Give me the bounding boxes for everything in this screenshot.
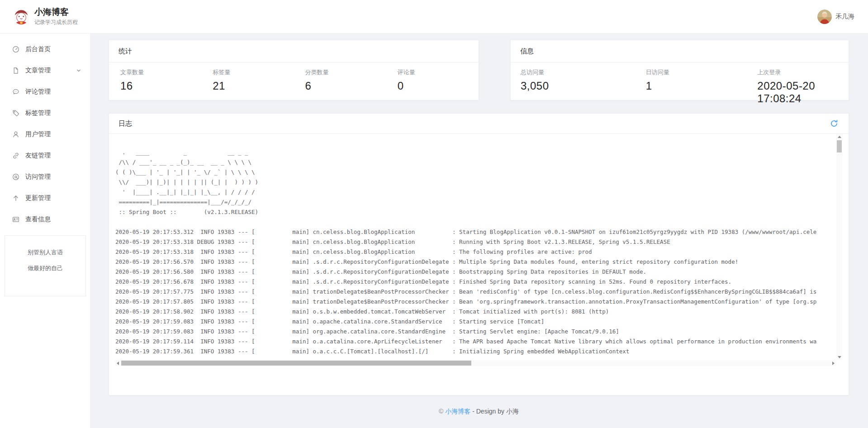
- horizontal-scrollbar[interactable]: [115, 360, 836, 366]
- info-daily-visits: 日访问量 1: [646, 68, 758, 105]
- sidebar-item-visits[interactable]: 访问管理: [0, 166, 90, 187]
- log-card-title: 日志: [119, 114, 132, 133]
- tag-icon: [12, 109, 19, 117]
- sidebar-item-dashboard[interactable]: 后台首页: [0, 38, 90, 60]
- footer: © 小海博客 - Design by 小海: [109, 407, 849, 416]
- article-icon: [12, 67, 19, 74]
- info-card: 信息 总访问量 3,050 日访问量 1 上次登录 2020-05-20 17:…: [510, 40, 849, 100]
- stat-label: 评论量: [398, 68, 479, 76]
- info-total-visits: 总访问量 3,050: [511, 68, 646, 105]
- stat-comments: 评论量 0: [386, 68, 479, 92]
- stat-label: 总访问量: [521, 68, 646, 76]
- motto-line: 别管别人言语: [5, 244, 85, 260]
- stat-label: 上次登录: [757, 68, 839, 76]
- stat-value: 0: [398, 80, 479, 92]
- stats-card-title: 统计: [119, 40, 132, 62]
- main-content: 统计 文章数量 16 标签量 21 分类数量 6: [90, 33, 868, 428]
- info-card-body: 总访问量 3,050 日访问量 1 上次登录 2020-05-20 17:08:…: [511, 62, 849, 105]
- sidebar-item-label: 评论管理: [25, 88, 51, 96]
- refresh-button[interactable]: [829, 119, 839, 128]
- brand-text: 小海博客 记录学习成长历程: [34, 7, 78, 26]
- header: 小海博客 记录学习成长历程 禾几海: [0, 0, 868, 33]
- vertical-scrollbar[interactable]: [836, 134, 842, 360]
- user-icon: [12, 131, 19, 138]
- log-output[interactable]: . ____ _ __ _ _ /\\ / ___'_ __ _ _(_)_ _…: [115, 134, 836, 360]
- sidebar: 后台首页 文章管理: [0, 33, 90, 428]
- sidebar-item-comments[interactable]: 评论管理: [0, 81, 90, 102]
- motto-box: 别管别人言语 做最好的自己: [5, 235, 86, 296]
- log-card: 日志 . ____ _ __ _ _ /\\ / ___'_ __ _ _(_)…: [109, 113, 849, 395]
- sidebar-item-users[interactable]: 用户管理: [0, 124, 90, 145]
- dashboard-icon: [12, 46, 19, 53]
- scroll-down-button[interactable]: [836, 354, 842, 360]
- link-icon: [12, 152, 19, 159]
- log-card-header: 日志: [109, 114, 849, 134]
- footer-site-link[interactable]: 小海博客: [445, 408, 470, 415]
- stats-card-body: 文章数量 16 标签量 21 分类数量 6 评论量 0: [109, 62, 479, 92]
- user-menu[interactable]: 禾几海: [817, 10, 854, 24]
- sidebar-item-label: 后台首页: [25, 45, 51, 53]
- stat-value: 6: [305, 80, 386, 92]
- stat-label: 日访问量: [646, 68, 758, 76]
- stat-value: 16: [120, 80, 201, 92]
- scroll-left-button[interactable]: [115, 360, 121, 366]
- site-subtitle: 记录学习成长历程: [34, 19, 78, 26]
- info-last-login: 上次登录 2020-05-20 17:08:24: [757, 68, 849, 105]
- vertical-scroll-thumb[interactable]: [837, 140, 842, 152]
- stats-card-header: 统计: [109, 40, 479, 62]
- sidebar-item-label: 更新管理: [25, 194, 51, 202]
- refresh-icon: [830, 119, 838, 128]
- info-card-title: 信息: [520, 40, 534, 62]
- stat-categories: 分类数量 6: [294, 68, 386, 92]
- stat-label: 文章数量: [120, 68, 201, 76]
- copyright-symbol: ©: [439, 408, 443, 415]
- comment-icon: [12, 88, 19, 95]
- sidebar-item-articles[interactable]: 文章管理: [0, 60, 90, 81]
- visit-icon: [12, 173, 19, 181]
- stat-articles: 文章数量 16: [109, 68, 201, 92]
- stat-value: 21: [213, 80, 294, 92]
- brand[interactable]: 小海博客 记录学习成长历程: [13, 7, 78, 26]
- app-window: 小海博客 记录学习成长历程 禾几海: [0, 0, 868, 428]
- sidebar-item-links[interactable]: 友链管理: [0, 145, 90, 166]
- sidebar-item-updates[interactable]: 更新管理: [0, 187, 90, 209]
- info-card-header: 信息: [511, 40, 849, 62]
- sidebar-item-label: 文章管理: [25, 67, 51, 75]
- stat-value: 2020-05-20 17:08:24: [757, 80, 839, 105]
- stat-label: 分类数量: [305, 68, 386, 76]
- sidebar-item-label: 用户管理: [25, 130, 51, 138]
- sidebar-item-view-info[interactable]: 查看信息: [0, 209, 90, 230]
- username: 禾几海: [835, 13, 854, 21]
- motto-line: 做最好的自己: [5, 260, 85, 276]
- log-viewer: . ____ _ __ _ _ /\\ / ___'_ __ _ _(_)_ _…: [115, 134, 842, 366]
- logo-image: [13, 8, 30, 25]
- stat-tags: 标签量 21: [201, 68, 294, 92]
- footer-suffix: - Design by 小海: [470, 408, 519, 415]
- stat-label: 标签量: [213, 68, 294, 76]
- sidebar-item-label: 标签管理: [25, 109, 51, 117]
- stats-card: 统计 文章数量 16 标签量 21 分类数量 6: [109, 40, 479, 100]
- horizontal-scroll-thumb[interactable]: [121, 361, 471, 366]
- scroll-up-button[interactable]: [836, 134, 842, 140]
- user-avatar: [817, 10, 832, 24]
- sidebar-item-label: 访问管理: [25, 173, 51, 181]
- top-cards-row: 统计 文章数量 16 标签量 21 分类数量 6: [109, 40, 849, 100]
- id-card-icon: [12, 216, 19, 223]
- scroll-right-button[interactable]: [830, 360, 836, 366]
- sidebar-item-label: 友链管理: [25, 152, 51, 160]
- chevron-down-icon: [76, 67, 82, 74]
- update-icon: [12, 195, 19, 202]
- stat-value: 3,050: [521, 80, 646, 92]
- sidebar-item-label: 查看信息: [25, 215, 51, 224]
- sidebar-item-tags[interactable]: 标签管理: [0, 102, 90, 124]
- site-title: 小海博客: [34, 7, 78, 17]
- stat-value: 1: [646, 80, 758, 92]
